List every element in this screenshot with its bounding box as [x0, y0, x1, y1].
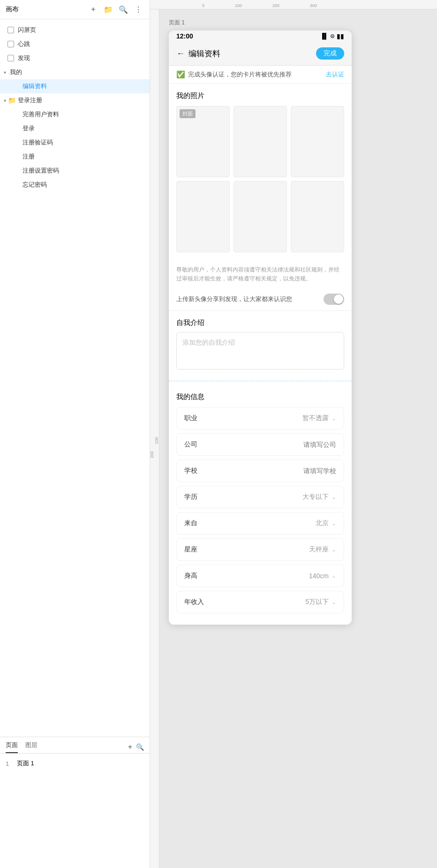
- cert-text: 完成头像认证，您的卡片将被优先推荐: [188, 70, 292, 79]
- sidebar: 画布 + 📁 🔍 ⋮ 闪屏页 心跳 发现 ▾ 我的 编辑资料: [0, 0, 150, 868]
- photo-cell-2[interactable]: [234, 106, 287, 177]
- sidebar-header: 画布 + 📁 🔍 ⋮: [0, 0, 150, 19]
- info-label-job: 职业: [184, 414, 197, 423]
- info-input-school[interactable]: [254, 467, 336, 475]
- info-row-income[interactable]: 年收入 5万以下 ⌄: [176, 591, 344, 613]
- info-row-education[interactable]: 学历 大专以下 ⌄: [176, 486, 344, 508]
- sidebar-bottom-panel: 页面 图层 + 🔍 1 页面 1: [0, 737, 150, 868]
- folder-icon[interactable]: 📁: [103, 4, 114, 15]
- search-icon[interactable]: 🔍: [118, 4, 129, 15]
- sidebar-item-edit-profile[interactable]: 编辑资料: [0, 79, 150, 93]
- folder-icon-login: 📁: [8, 97, 16, 104]
- wifi-icon: ⊜: [330, 33, 335, 39]
- signal-icon: ▐▌: [320, 33, 328, 39]
- tab-layers[interactable]: 图层: [25, 741, 38, 753]
- sidebar-item-forgot-password[interactable]: 忘记密码: [0, 178, 150, 192]
- info-row-height[interactable]: 身高 140cm ⌄: [176, 565, 344, 587]
- info-row-zodiac[interactable]: 星座 天秤座 ⌄: [176, 538, 344, 561]
- ruler-left: 100 200 300 400 500 600 700 800 900 1000…: [150, 9, 159, 868]
- info-row-job[interactable]: 职业 暂不透露 ⌄: [176, 407, 344, 430]
- photo-cell-5[interactable]: [234, 181, 287, 252]
- chevron-height: ⌄: [332, 573, 336, 579]
- add-page-icon[interactable]: +: [128, 743, 132, 751]
- battery-icon: ▮▮: [337, 32, 344, 40]
- sidebar-group-login-label: 登录注册: [18, 96, 42, 105]
- info-label-height: 身高: [184, 572, 197, 580]
- photo-cell-1[interactable]: 封面: [176, 106, 230, 177]
- income-value-text: 5万以下: [305, 598, 329, 606]
- sidebar-item-complete-profile[interactable]: 完善用户资料: [0, 107, 150, 121]
- info-value-height: 140cm ⌄: [309, 572, 336, 580]
- photos-title: 我的照片: [176, 91, 344, 100]
- info-row-company[interactable]: 公司: [176, 433, 344, 456]
- page-item-1[interactable]: 1 页面 1: [6, 757, 144, 770]
- confirm-button[interactable]: 完成: [316, 47, 344, 60]
- sidebar-item-login-label: 登录: [23, 124, 35, 133]
- info-value-education: 大专以下 ⌄: [302, 493, 336, 501]
- canvas-content: 页面 1 12:00 ▐▌ ⊜ ▮▮ ← 编辑资料: [159, 9, 437, 868]
- toggle-switch[interactable]: [324, 294, 344, 305]
- info-label-income: 年收入: [184, 598, 204, 606]
- toggle-knob: [334, 294, 343, 304]
- page-num-1: 1: [6, 760, 13, 767]
- ruler-mark-100: 100: [206, 0, 244, 9]
- info-input-company[interactable]: [254, 441, 336, 448]
- sidebar-item-reg-verify[interactable]: 注册验证码: [0, 136, 150, 150]
- sidebar-item-heart[interactable]: 心跳: [0, 37, 150, 51]
- sidebar-item-edit-profile-label: 编辑资料: [23, 82, 47, 91]
- info-title: 我的信息: [176, 392, 344, 401]
- toggle-row: 上传新头像分享到发现，让大家都来认识您: [169, 288, 352, 311]
- from-value-text: 北京: [316, 519, 329, 528]
- ruler-mark-0: 0: [159, 0, 206, 9]
- bottom-content: 1 页面 1: [0, 754, 150, 773]
- chevron-education: ⌄: [332, 494, 336, 500]
- add-icon[interactable]: +: [88, 4, 99, 15]
- job-value-text: 暂不透露: [302, 414, 329, 423]
- cert-check-icon: ✅: [176, 70, 185, 79]
- info-row-school[interactable]: 学校: [176, 460, 344, 482]
- info-row-from[interactable]: 来自 北京 ⌄: [176, 512, 344, 535]
- canvas-area: 0 100 200 300 100 200 300 400 500 600 70…: [150, 0, 437, 868]
- tab-pages[interactable]: 页面: [6, 741, 18, 753]
- sidebar-item-register[interactable]: 注册: [0, 150, 150, 164]
- sidebar-item-forgot-password-label: 忘记密码: [23, 181, 47, 189]
- intro-title: 自我介绍: [176, 318, 344, 327]
- intro-box[interactable]: 添加您的自我介绍: [176, 332, 344, 370]
- photos-section: 我的照片 封面: [169, 84, 352, 260]
- info-value-income: 5万以下 ⌄: [305, 598, 336, 606]
- more-icon[interactable]: ⋮: [133, 4, 144, 15]
- sidebar-item-flash[interactable]: 闪屏页: [0, 23, 150, 37]
- photo-cell-6[interactable]: [291, 181, 344, 252]
- checkbox-heart: [8, 41, 14, 47]
- intro-section: 自我介绍 添加您的自我介绍: [169, 311, 352, 377]
- info-label-school: 学校: [184, 467, 197, 475]
- sidebar-group-mine[interactable]: ▾ 我的: [0, 65, 150, 79]
- sidebar-item-register-label: 注册: [23, 152, 35, 161]
- photo-grid: 封面: [176, 106, 344, 252]
- phone-frame: 12:00 ▐▌ ⊜ ▮▮ ← 编辑资料 完成: [169, 30, 352, 625]
- sidebar-group-mine-label: 我的: [10, 68, 22, 76]
- sidebar-item-discover-label: 发现: [18, 54, 30, 62]
- info-label-zodiac: 星座: [184, 545, 197, 554]
- sidebar-item-discover[interactable]: 发现: [0, 51, 150, 65]
- sidebar-item-login[interactable]: 登录: [0, 121, 150, 136]
- sidebar-item-complete-label: 完善用户资料: [23, 110, 59, 119]
- info-label-company: 公司: [184, 440, 197, 449]
- notice-text: 尊敬的用户，个人资料内容须遵守相关法律法规和社区规则，并经过审核后才能生效，请严…: [169, 261, 352, 288]
- ruler-mark-300: 300: [281, 0, 319, 9]
- chevron-job: ⌄: [332, 415, 336, 422]
- bottom-tab-actions: + 🔍: [128, 741, 144, 753]
- status-icons: ▐▌ ⊜ ▮▮: [320, 32, 344, 40]
- ruler-top: 0 100 200 300: [150, 0, 437, 9]
- photo-cell-3[interactable]: [291, 106, 344, 177]
- sidebar-group-login[interactable]: ▾ 📁 登录注册: [0, 93, 150, 107]
- photo-cell-4[interactable]: [176, 181, 230, 252]
- back-icon[interactable]: ←: [176, 49, 185, 59]
- cert-link[interactable]: 去认证: [326, 70, 344, 79]
- chevron-from: ⌄: [332, 520, 336, 527]
- chevron-mine: ▾: [4, 70, 6, 75]
- bottom-tabs: 页面 图层 + 🔍: [0, 737, 150, 754]
- search-pages-icon[interactable]: 🔍: [136, 743, 144, 751]
- sidebar-items-list: 闪屏页 心跳 发现 ▾ 我的 编辑资料 ▾ 📁 登录注册: [0, 19, 150, 737]
- sidebar-item-reg-password[interactable]: 注册设置密码: [0, 164, 150, 178]
